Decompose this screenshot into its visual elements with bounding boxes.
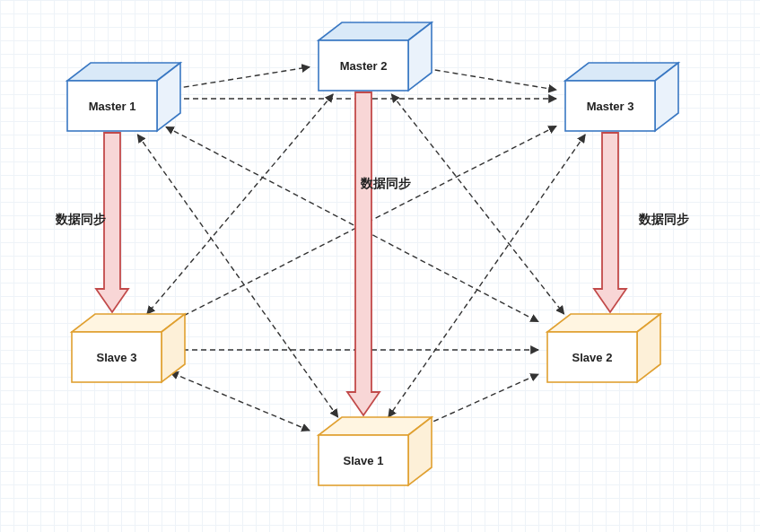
mesh-connection [417,67,556,90]
mesh-connection [391,94,563,314]
slave3-node [72,314,185,382]
svg-rect-2 [67,81,157,131]
replication-arrow [594,133,626,312]
mesh-connection [166,126,538,321]
master2-node [319,22,432,91]
svg-rect-5 [319,40,408,91]
replication-arrow [347,92,380,415]
svg-rect-17 [72,332,162,382]
master1-node [67,63,180,131]
slave1-node [319,417,432,485]
mesh-connection [417,374,538,429]
slave2-node [547,314,660,382]
svg-rect-8 [565,81,655,131]
master3-node [565,63,678,131]
svg-rect-11 [319,435,408,485]
mesh-connection [166,67,310,91]
svg-rect-14 [547,332,637,382]
mesh-connection [170,372,310,431]
replication-arrow [96,133,128,312]
mesh-connection [147,94,333,314]
